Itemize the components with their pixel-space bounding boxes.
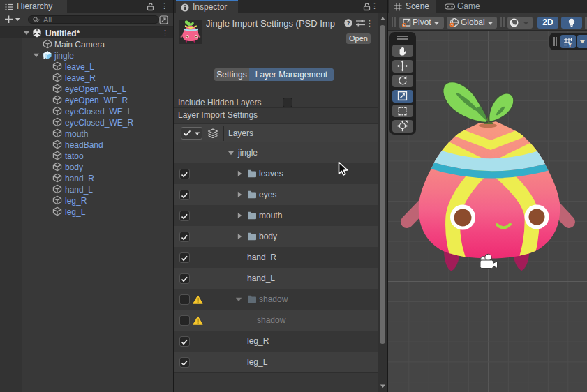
svg-text:Y: Y xyxy=(567,41,572,47)
svg-text:?: ? xyxy=(346,20,350,27)
